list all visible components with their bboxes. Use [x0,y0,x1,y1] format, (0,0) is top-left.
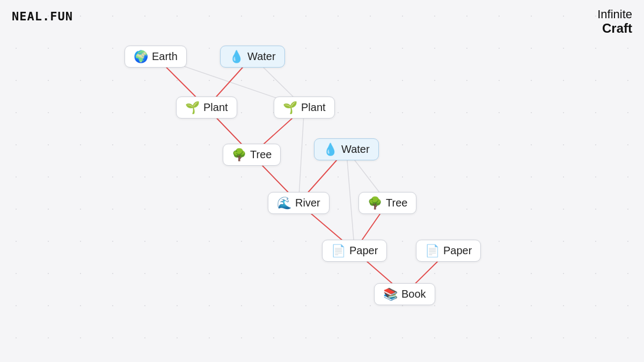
water2-label: Water [341,143,370,156]
plant2-icon: 🌱 [283,102,297,114]
connection-lines [0,0,644,362]
tree1-label: Tree [250,149,272,161]
logo: NEAL.FUN [12,10,73,23]
node-book[interactable]: 📚Book [374,283,435,305]
node-tree2[interactable]: 🌳Tree [358,192,416,214]
svg-line-0 [298,108,304,203]
water1-icon: 💧 [229,51,244,63]
node-plant1[interactable]: 🌱Plant [176,97,237,119]
plant2-label: Plant [301,101,326,114]
paper1-label: Paper [349,245,378,257]
river-icon: 🌊 [277,197,291,209]
node-earth[interactable]: 🌍Earth [125,46,187,68]
book-label: Book [401,288,426,300]
water2-icon: 💧 [323,144,338,156]
node-tree1[interactable]: 🌳Tree [223,144,281,166]
plant1-label: Plant [203,101,228,114]
svg-line-5 [346,150,354,251]
book-icon: 📚 [383,289,398,300]
tree1-icon: 🌳 [232,149,246,161]
node-water1[interactable]: 💧Water [220,46,285,68]
water1-label: Water [247,50,276,63]
node-paper1[interactable]: 📄Paper [322,240,387,262]
paper1-icon: 📄 [331,245,346,257]
paper2-icon: 📄 [425,245,440,257]
earth-icon: 🌍 [134,51,148,63]
tree2-icon: 🌳 [368,197,382,209]
tree2-label: Tree [386,197,407,209]
plant1-icon: 🌱 [185,102,200,114]
earth-label: Earth [152,50,178,63]
title-block: Infinite Craft [597,8,632,36]
paper2-label: Paper [443,245,472,257]
infinite-label: Infinite [597,8,632,21]
node-plant2[interactable]: 🌱Plant [274,97,335,119]
node-river[interactable]: 🌊River [268,192,330,214]
node-water2[interactable]: 💧Water [314,138,379,160]
craft-label: Craft [597,21,632,36]
river-label: River [295,197,320,209]
node-paper2[interactable]: 📄Paper [416,240,481,262]
